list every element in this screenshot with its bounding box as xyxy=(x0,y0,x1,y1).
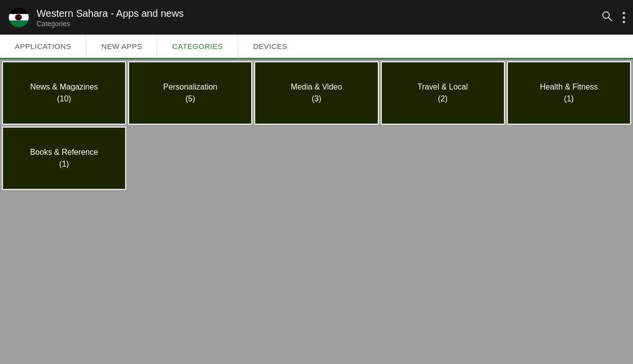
category-card-travel-local[interactable]: Travel & Local (2) xyxy=(381,61,505,125)
tab-applications[interactable]: Applications xyxy=(0,35,87,58)
app-logo xyxy=(8,6,30,28)
category-grid-row1: News & Magazines (10) Personalization (5… xyxy=(0,59,633,127)
empty-cell-1 xyxy=(128,127,252,190)
category-card-news-magazines[interactable]: News & Magazines (10) xyxy=(2,61,126,125)
svg-rect-3 xyxy=(9,21,29,27)
header-actions xyxy=(601,10,625,25)
category-card-personalization[interactable]: Personalization (5) xyxy=(128,61,252,125)
empty-cell-4 xyxy=(507,127,631,190)
app-header: Western Sahara - Apps and news Categorie… xyxy=(0,0,633,35)
header-title: Western Sahara - Apps and news xyxy=(37,7,601,20)
header-text-group: Western Sahara - Apps and news Categorie… xyxy=(37,7,601,28)
tab-devices[interactable]: Devices xyxy=(238,35,302,58)
category-card-media-video[interactable]: Media & Video (3) xyxy=(254,61,378,125)
svg-rect-1 xyxy=(9,7,29,14)
category-grid-row2: Books & Reference (1) xyxy=(0,127,633,192)
category-card-health-fitness[interactable]: Health & Fitness (1) xyxy=(507,61,631,125)
tab-new-apps[interactable]: New apps xyxy=(87,35,157,58)
more-options-icon[interactable] xyxy=(623,12,625,23)
svg-line-8 xyxy=(609,18,612,21)
nav-tabs: Applications New apps Categories Devices xyxy=(0,35,633,59)
empty-cell-2 xyxy=(254,127,378,190)
search-icon[interactable] xyxy=(601,10,613,25)
empty-cell-3 xyxy=(381,127,505,190)
header-subtitle: Categories xyxy=(37,20,601,28)
category-card-books-reference[interactable]: Books & Reference (1) xyxy=(2,127,126,190)
tab-categories[interactable]: Categories xyxy=(157,35,238,59)
